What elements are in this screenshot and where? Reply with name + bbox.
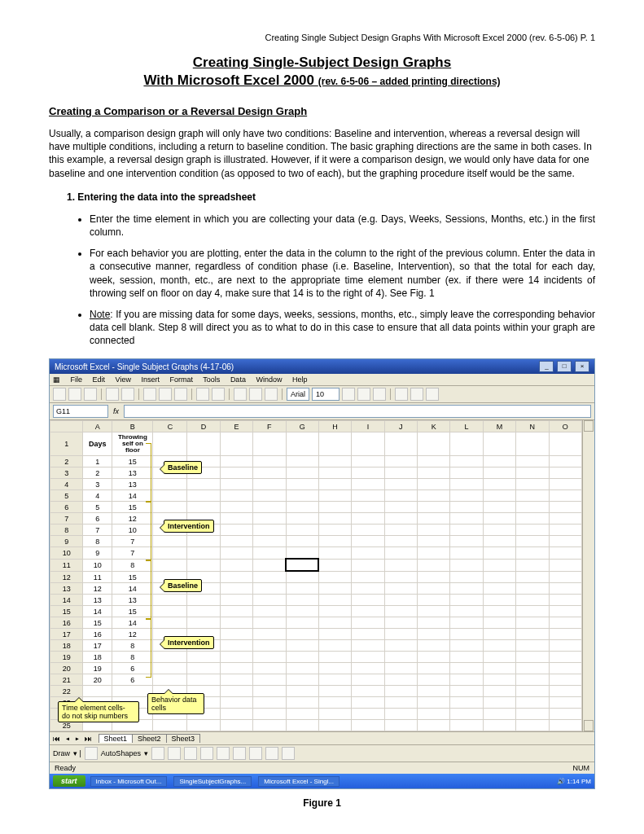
cell[interactable] bbox=[318, 502, 351, 513]
italic-icon[interactable] bbox=[357, 388, 370, 401]
cell[interactable] bbox=[286, 617, 318, 629]
cell[interactable] bbox=[220, 674, 252, 686]
cell[interactable]: 7 bbox=[83, 525, 112, 536]
row-header[interactable]: 17 bbox=[50, 629, 83, 640]
col-header[interactable]: O bbox=[549, 421, 582, 432]
cell[interactable] bbox=[286, 479, 318, 490]
cell[interactable] bbox=[418, 467, 450, 479]
cell[interactable] bbox=[286, 595, 318, 606]
cell[interactable] bbox=[286, 547, 318, 560]
cell[interactable] bbox=[418, 571, 450, 583]
cell[interactable] bbox=[384, 456, 417, 467]
sort-icon[interactable] bbox=[249, 388, 262, 401]
cell[interactable] bbox=[384, 640, 417, 652]
cell[interactable] bbox=[483, 547, 515, 560]
cell[interactable] bbox=[352, 652, 384, 663]
autoshapes-menu[interactable]: AutoShapes bbox=[101, 749, 141, 757]
redo-icon[interactable] bbox=[212, 388, 225, 401]
system-tray[interactable]: 🔊 1:14 PM bbox=[557, 778, 591, 785]
menu-edit[interactable]: Edit bbox=[93, 375, 106, 384]
cell[interactable] bbox=[384, 595, 417, 606]
cell[interactable] bbox=[352, 595, 384, 606]
cell[interactable] bbox=[352, 479, 384, 490]
cell[interactable] bbox=[352, 697, 384, 709]
cell[interactable] bbox=[418, 720, 450, 731]
cell[interactable] bbox=[153, 663, 187, 674]
cell[interactable] bbox=[483, 536, 515, 547]
col-header[interactable]: C bbox=[153, 421, 187, 432]
cell[interactable] bbox=[220, 697, 252, 709]
menu-tools[interactable]: Tools bbox=[203, 375, 220, 384]
cell[interactable]: 8 bbox=[83, 536, 112, 547]
cell[interactable] bbox=[318, 513, 351, 525]
cell[interactable] bbox=[450, 559, 483, 571]
col-header[interactable]: B bbox=[112, 421, 153, 432]
cell[interactable] bbox=[318, 559, 351, 571]
cell[interactable] bbox=[384, 479, 417, 490]
font-color-icon[interactable] bbox=[282, 747, 295, 760]
cell[interactable] bbox=[384, 674, 417, 686]
cell[interactable] bbox=[516, 467, 549, 479]
line-color-icon[interactable] bbox=[265, 747, 278, 760]
cell[interactable] bbox=[318, 686, 351, 697]
cell[interactable] bbox=[384, 652, 417, 663]
cell[interactable] bbox=[220, 629, 252, 640]
cell[interactable] bbox=[549, 617, 582, 629]
col-header[interactable]: E bbox=[220, 421, 252, 432]
row-header[interactable]: 2 bbox=[50, 456, 83, 467]
row-header[interactable]: 10 bbox=[50, 547, 83, 560]
cell[interactable]: 17 bbox=[83, 640, 112, 652]
chart-icon[interactable] bbox=[265, 388, 278, 401]
cell[interactable] bbox=[516, 640, 549, 652]
cut-icon[interactable] bbox=[143, 388, 156, 401]
cell[interactable] bbox=[483, 583, 515, 595]
cell[interactable] bbox=[549, 595, 582, 606]
cell[interactable] bbox=[384, 617, 417, 629]
cell[interactable] bbox=[418, 547, 450, 560]
cell[interactable] bbox=[418, 490, 450, 502]
cell[interactable] bbox=[549, 697, 582, 709]
cell[interactable] bbox=[516, 432, 549, 456]
cell[interactable] bbox=[253, 686, 286, 697]
cell[interactable] bbox=[253, 595, 286, 606]
cell[interactable] bbox=[352, 502, 384, 513]
cell[interactable] bbox=[450, 697, 483, 709]
cell[interactable] bbox=[418, 617, 450, 629]
cell[interactable] bbox=[549, 432, 582, 456]
cell[interactable] bbox=[352, 709, 384, 720]
cell[interactable] bbox=[187, 652, 220, 663]
cell[interactable] bbox=[187, 606, 220, 617]
cell[interactable] bbox=[318, 432, 351, 456]
cell[interactable] bbox=[187, 432, 220, 456]
cell[interactable] bbox=[187, 663, 220, 674]
fx-icon[interactable]: fx bbox=[113, 407, 119, 415]
cell[interactable] bbox=[187, 502, 220, 513]
cell[interactable] bbox=[253, 513, 286, 525]
cell[interactable] bbox=[187, 559, 220, 571]
cell[interactable] bbox=[483, 502, 515, 513]
cell[interactable] bbox=[318, 525, 351, 536]
cell[interactable] bbox=[352, 513, 384, 525]
cell[interactable] bbox=[253, 709, 286, 720]
cell[interactable] bbox=[450, 571, 483, 583]
cell[interactable]: 15 bbox=[83, 617, 112, 629]
cell[interactable] bbox=[220, 502, 252, 513]
cell[interactable] bbox=[384, 663, 417, 674]
row-header[interactable]: 14 bbox=[50, 595, 83, 606]
menu-view[interactable]: View bbox=[116, 375, 131, 384]
cell[interactable] bbox=[450, 432, 483, 456]
cell[interactable] bbox=[286, 536, 318, 547]
row-header[interactable]: 20 bbox=[50, 663, 83, 674]
cell[interactable] bbox=[286, 490, 318, 502]
cell[interactable] bbox=[450, 536, 483, 547]
undo-icon[interactable] bbox=[196, 388, 209, 401]
cell[interactable]: 3 bbox=[83, 479, 112, 490]
cell[interactable] bbox=[483, 640, 515, 652]
cell[interactable]: 1 bbox=[83, 456, 112, 467]
cell[interactable] bbox=[450, 663, 483, 674]
cell[interactable] bbox=[384, 629, 417, 640]
cell[interactable] bbox=[418, 513, 450, 525]
cell[interactable] bbox=[418, 432, 450, 456]
cell[interactable] bbox=[516, 720, 549, 731]
cell[interactable] bbox=[384, 513, 417, 525]
